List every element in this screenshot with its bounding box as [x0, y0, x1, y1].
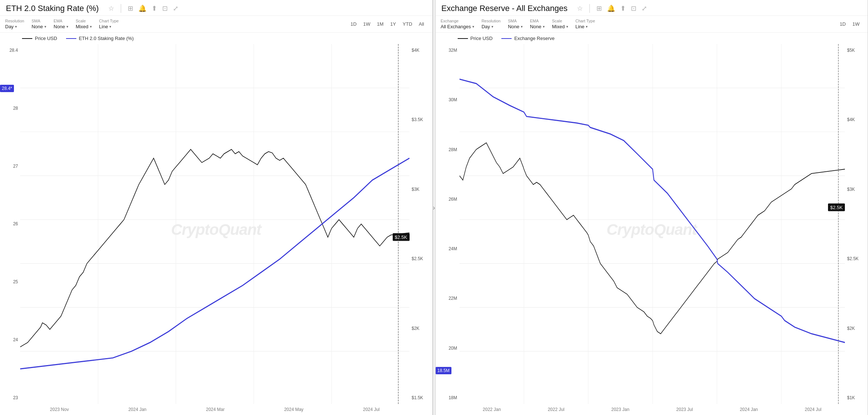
star-icon[interactable]: ☆ [108, 4, 114, 12]
panel1-header-icons: ☆ ⊞ 🔔 ⬆ ⊡ ⤢ [108, 4, 178, 13]
resolution-chevron-2: ▾ [491, 25, 493, 29]
time-btn-1w[interactable]: 1W [360, 20, 374, 28]
share-icon[interactable]: ⬆ [152, 4, 157, 12]
ema-chevron-2: ▾ [543, 25, 545, 29]
panel2-left-badge: 18.5M [436, 367, 451, 374]
sma-chevron: ▾ [44, 25, 46, 29]
panel1-legend: Price USD ETH 2.0 Staking Rate (%) [0, 33, 432, 44]
time-btn-1d-2[interactable]: 1D [837, 20, 849, 28]
ema-value-2: None [530, 24, 541, 29]
sma-select[interactable]: None ▾ [32, 24, 46, 29]
charttype-select[interactable]: Line ▾ [99, 24, 119, 29]
panel2-chart-area[interactable]: CryptoQuant 32M 30M 28M 26M 24M 22M 20M … [436, 44, 868, 415]
folder-icon[interactable]: ⊞ [128, 4, 133, 12]
panel1-y-axis-right: $4K $3.5K $3K $2.5K $2K $1.5K [410, 44, 432, 404]
ema-label-2: EMA [530, 19, 545, 23]
panel2-header-icons: ☆ ⊞ 🔔 ⬆ ⊡ ⤢ [577, 4, 647, 13]
time-btn-ytd[interactable]: YTD [400, 20, 415, 28]
legend-price-usd-2: Price USD [458, 36, 493, 41]
panel2-toolbar: Exchange All Exchanges ▾ Resolution Day … [436, 16, 868, 33]
charttype-label-2: Chart Type [575, 19, 595, 23]
share-icon-2[interactable]: ⬆ [620, 4, 626, 12]
panel-divider[interactable]: › [433, 0, 436, 415]
scale-value: Mixed [76, 24, 88, 29]
charttype-value-2: Line [575, 24, 585, 29]
legend-label-price-2: Price USD [471, 36, 493, 41]
divider-arrow: › [433, 204, 435, 211]
panel2-legend: Price USD Exchange Reserve [436, 33, 868, 44]
sma-value: None [32, 24, 43, 29]
legend-line-blue [66, 38, 76, 39]
expand-icon-2[interactable]: ⤢ [642, 4, 647, 12]
bell-icon[interactable]: 🔔 [138, 4, 146, 12]
ema-group-2: EMA None ▾ [530, 19, 545, 29]
exchange-chevron: ▾ [472, 25, 474, 29]
folder-icon-2[interactable]: ⊞ [596, 4, 602, 12]
resolution-select-2[interactable]: Day ▾ [482, 24, 501, 29]
resolution-label: Resolution [5, 19, 24, 23]
scale-group: Scale Mixed ▾ [76, 19, 92, 29]
scale-label-2: Scale [552, 19, 568, 23]
resolution-chevron: ▾ [15, 25, 17, 29]
panel2-chart-svg [460, 44, 845, 404]
sma-label-2: SMA [508, 19, 523, 23]
sma-chevron-2: ▾ [521, 25, 523, 29]
sma-value-2: None [508, 24, 519, 29]
legend-exchange-reserve: Exchange Reserve [501, 36, 555, 41]
legend-staking-rate: ETH 2.0 Staking Rate (%) [66, 36, 134, 41]
ema-select[interactable]: None ▾ [54, 24, 68, 29]
charttype-label: Chart Type [99, 19, 119, 23]
camera-icon[interactable]: ⊡ [162, 4, 168, 12]
time-btn-1w-2[interactable]: 1W [850, 20, 863, 28]
panel2-x-axis: 2022 Jan 2022 Jul 2023 Jan 2023 Jul 2024… [460, 404, 845, 415]
scale-label: Scale [76, 19, 92, 23]
time-btn-1m[interactable]: 1M [374, 20, 386, 28]
panel1-left-badge: 28.4* [0, 85, 14, 92]
time-btn-all[interactable]: All [416, 20, 427, 28]
star-icon-2[interactable]: ☆ [577, 4, 583, 12]
panel-eth-staking: ETH 2.0 Staking Rate (%) ☆ ⊞ 🔔 ⬆ ⊡ ⤢ Res… [0, 0, 433, 415]
bell-icon-2[interactable]: 🔔 [607, 4, 615, 12]
ema-value: None [54, 24, 65, 29]
exchange-label: Exchange [441, 19, 474, 23]
resolution-value: Day [5, 24, 14, 29]
panel2-time-buttons: 1D 1W [837, 20, 862, 28]
scale-select-2[interactable]: Mixed ▾ [552, 24, 568, 29]
camera-icon-2[interactable]: ⊡ [631, 4, 636, 12]
resolution-select[interactable]: Day ▾ [5, 24, 24, 29]
panel1-chart-svg [20, 44, 410, 404]
resolution-group: Resolution Day ▾ [5, 19, 24, 29]
time-btn-1y[interactable]: 1Y [387, 20, 399, 28]
time-btn-1d[interactable]: 1D [348, 20, 360, 28]
panel1-time-buttons: 1D 1W 1M 1Y YTD All [348, 20, 427, 28]
charttype-chevron-2: ▾ [586, 25, 588, 29]
expand-icon[interactable]: ⤢ [173, 4, 178, 12]
ema-chevron: ▾ [66, 25, 68, 29]
panel1-toolbar: Resolution Day ▾ SMA None ▾ EMA None ▾ S… [0, 16, 432, 33]
panel2-title: Exchange Reserve - All Exchanges [442, 4, 568, 13]
sma-group: SMA None ▾ [32, 19, 46, 29]
sma-select-2[interactable]: None ▾ [508, 24, 523, 29]
legend-label-price: Price USD [35, 36, 57, 41]
panel1-chart-area[interactable]: CryptoQuant 28.4 28 27 26 25 24 23 $4K $… [0, 44, 432, 415]
sma-label: SMA [32, 19, 46, 23]
divider2 [589, 4, 590, 13]
exchange-value: All Exchanges [441, 24, 471, 29]
price-line-black-2 [460, 143, 845, 334]
scale-value-2: Mixed [552, 24, 565, 29]
panel2-y-axis-right: $5K $4K $3K $2.5K $2K $1K [845, 44, 868, 404]
exchange-select[interactable]: All Exchanges ▾ [441, 24, 474, 29]
resolution-value-2: Day [482, 24, 490, 29]
exchange-group: Exchange All Exchanges ▾ [441, 19, 474, 29]
reserve-line-blue [460, 79, 845, 343]
panel1-header: ETH 2.0 Staking Rate (%) ☆ ⊞ 🔔 ⬆ ⊡ ⤢ [0, 0, 432, 16]
ema-select-2[interactable]: None ▾ [530, 24, 545, 29]
charttype-select-2[interactable]: Line ▾ [575, 24, 595, 29]
ema-label: EMA [54, 19, 68, 23]
legend-line-black-2 [458, 38, 468, 39]
scale-chevron-2: ▾ [566, 25, 568, 29]
charttype-chevron: ▾ [109, 25, 111, 29]
scale-select[interactable]: Mixed ▾ [76, 24, 92, 29]
panel1-x-axis: 2023 Nov 2024 Jan 2024 Mar 2024 May 2024… [20, 404, 410, 415]
charttype-group-2: Chart Type Line ▾ [575, 19, 595, 29]
